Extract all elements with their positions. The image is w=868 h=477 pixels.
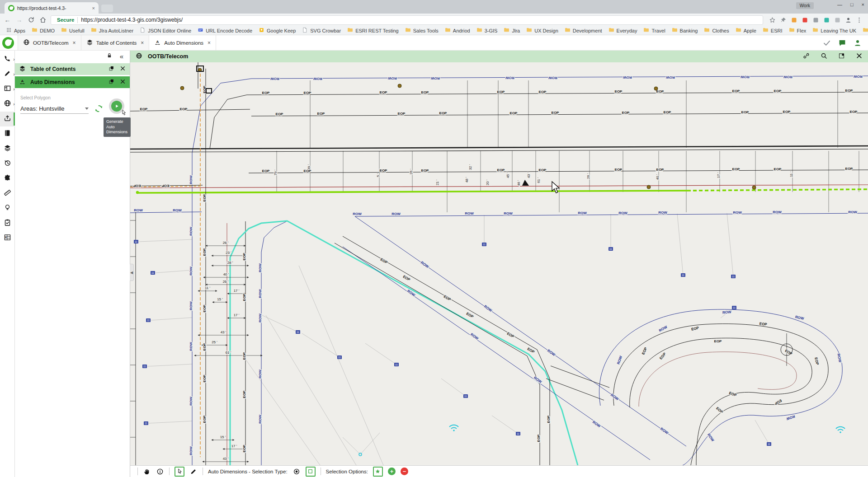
extension-icon[interactable] [812,17,819,23]
secure-badge[interactable]: Secure [55,17,74,23]
app-tab-table-of-contents[interactable]: Table of Contents× [81,35,150,50]
bookmark-kb-site-links[interactable]: KB Site Links [859,27,868,34]
browser-tab[interactable]: https://product-test-4.3- × [5,2,99,14]
add-to-selection-button[interactable]: + [388,468,396,475]
window-minimize-button[interactable]: — [837,2,842,7]
window-maximize-button[interactable]: □ [850,2,854,7]
sidebar-item-tasks[interactable] [0,216,15,231]
close-icon[interactable] [120,65,126,73]
open-window-icon[interactable] [108,78,114,86]
polygon-select[interactable]: Areas: Huntsville [20,105,89,114]
reload-icon[interactable] [27,16,35,24]
tab-close-icon[interactable]: × [92,5,95,11]
bookmark-everyday[interactable]: Everyday [605,27,641,34]
svg-text:EOP: EOP [845,167,854,171]
sidebar-item-bookmarks[interactable] [0,126,15,141]
info-icon[interactable] [156,468,164,476]
url-field[interactable]: Secure https://product-test-4.3-gis.com/… [51,15,763,25]
chat-icon[interactable] [838,39,846,47]
bookmark-url-encode-decode[interactable]: URL Encode Decode [194,27,255,34]
new-selection-button[interactable] [373,467,383,477]
bookmark-sales-tools[interactable]: Sales Tools [402,27,442,34]
app-tab-close-icon[interactable]: × [73,40,76,46]
bookmark-andriod[interactable]: Andriod [442,27,473,34]
window-close-button[interactable]: × [862,2,864,7]
refresh-button[interactable] [94,104,104,113]
bookmark-esri-rest-testing[interactable]: ESRI REST Testing [344,27,402,34]
app-tab-close-icon[interactable]: × [208,40,211,46]
link-icon[interactable] [803,52,810,61]
search-icon[interactable] [821,52,827,61]
sidebar-item-plugins[interactable] [0,171,15,186]
map-close-icon[interactable] [856,52,863,61]
bookmark-ux-design[interactable]: UX Design [523,27,561,34]
extension-icon[interactable] [823,17,830,23]
map-bottom-toolbar: Auto Dimensions - Selection Type: Select… [130,465,868,477]
collapse-panel-icon[interactable]: « [120,53,123,60]
bookmark-leaving-the-uk[interactable]: Leaving The UK [809,27,859,34]
bookmark-clothes[interactable]: Clothes [701,27,732,34]
bookmark-banking[interactable]: Banking [669,27,701,34]
forward-icon[interactable]: → [15,16,23,24]
panel-item-auto-dimensions[interactable]: AAuto Dimensions [15,76,130,88]
bookmark-google-keep[interactable]: Google Keep [255,27,299,34]
draw-pencil-icon[interactable] [189,468,198,476]
bookmark-jira-autolistner[interactable]: JIra AutoListner [88,27,137,34]
bookmark-svg-crowbar[interactable]: SVG Crowbar [299,27,344,34]
bookmark-star-icon[interactable] [769,17,776,23]
bookmark-apps[interactable]: Apps [3,27,28,34]
bookmark-3-gis[interactable]: 3-GIS [473,27,501,34]
sidebar-item-ideas[interactable] [0,201,15,216]
close-icon[interactable] [120,78,126,86]
remove-from-selection-button[interactable]: − [401,468,408,475]
select-window-icon[interactable] [838,52,845,61]
extension-icon[interactable] [802,17,808,23]
sidebar-item-edit[interactable]: › [0,67,15,82]
bookmark-apple[interactable]: Apple [732,27,760,34]
lock-icon[interactable] [106,52,113,61]
sidebar-item-history[interactable] [0,156,15,171]
bookmark-demo[interactable]: DEMO [28,27,58,34]
extension-icon[interactable] [834,17,841,23]
svg-text:ROW: ROW [618,211,627,215]
app-tab-close-icon[interactable]: × [141,40,144,46]
sidebar-item-map[interactable]: › [0,97,15,112]
svg-text:EOP: EOP [203,304,207,313]
new-tab-button[interactable] [101,5,113,12]
check-icon[interactable] [823,39,831,47]
select-tool-button[interactable] [175,467,184,477]
bookmark-usefull[interactable]: Usefull [58,27,88,34]
app-tab-auto-dimensions[interactable]: AAuto Dimensions× [149,35,216,50]
pan-hand-icon[interactable] [143,468,151,476]
bookmark-development[interactable]: Development [561,27,605,34]
rectangle-selection-button[interactable] [306,467,316,477]
map-canvas[interactable]: 26 '23 '28 '40 '26 '11 '17 '15 '17 '43 '… [130,62,868,465]
back-icon[interactable]: ← [4,16,11,24]
sidebar-item-measure[interactable] [0,186,15,201]
sidebar-item-publish[interactable]: › [0,112,15,126]
bulb-icon [4,204,11,213]
extension-icon[interactable] [791,17,797,23]
bookmark-json-editor-online[interactable]: JSON Editor Online [137,27,194,34]
bookmark-travel[interactable]: Travel [640,27,668,34]
sidebar-item-calls[interactable]: › [0,52,15,67]
sidebar-item-layout[interactable]: › [0,82,15,97]
sidebar-item-export[interactable]: X [0,231,15,246]
sidebar-item-layers[interactable] [0,141,15,156]
home-icon[interactable] [39,16,47,24]
gis-map[interactable]: 26 '23 '28 '40 '26 '11 '17 '15 '17 '43 '… [130,62,868,465]
svg-text:ROW: ROW [431,76,440,80]
open-window-icon[interactable] [108,65,114,73]
account-icon[interactable] [854,39,862,47]
point-selection-radio[interactable] [292,468,301,476]
panel-item-table-of-contents[interactable]: Table of Contents [15,63,130,75]
app-tab-ootb-telecom[interactable]: OOTB/Telecom× [18,35,81,50]
bookmark-jlra[interactable]: Jlra [500,27,523,34]
bookmark-esri[interactable]: ESRI [760,27,786,34]
profile-icon[interactable] [845,17,852,23]
extension-icon[interactable] [780,17,787,23]
browser-menu-icon[interactable] [856,17,863,23]
panel-collapse-handle[interactable]: ◀ [130,264,134,281]
profile-badge[interactable]: Work [796,2,814,9]
bookmark-flex[interactable]: Flex [786,27,810,34]
